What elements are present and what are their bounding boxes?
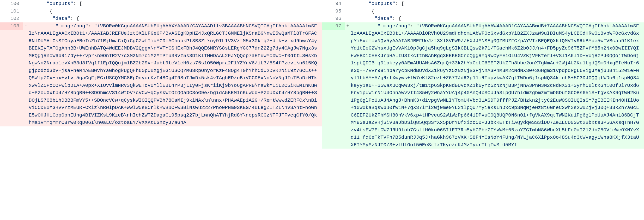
diff-line: 94 "outputs": [: [322, 0, 644, 8]
diff-split-view: 100 "outputs": [ 101 { 102 "data": { 103…: [0, 0, 644, 149]
line-number: 102: [0, 15, 23, 22]
code-cell: "image/png": "iVBORw0KGgoAAAANSUhEUgAAAW…: [351, 22, 644, 149]
diff-side-right: 94 "outputs": [ 95 { 96 "data": { 97 + "…: [322, 0, 644, 149]
code-cell: "outputs": [: [29, 0, 322, 8]
diff-line: 101 {: [0, 8, 322, 15]
line-number: 96: [322, 15, 345, 22]
diff-line-deletion: 103 - "image/png": "iVBORw0KGgoAAAANSUhE…: [0, 22, 322, 126]
code-cell: "data": {: [29, 15, 322, 22]
diff-marker-plus: +: [345, 22, 351, 30]
diff-marker-minus: -: [23, 22, 29, 30]
diff-line: 100 "outputs": [: [0, 0, 322, 8]
code-cell: "data": {: [351, 15, 644, 22]
code-cell: "image/png": "iVBORw0KGgoAAAANSUhEUgAAAX…: [29, 22, 322, 126]
diff-side-left: 100 "outputs": [ 101 { 102 "data": { 103…: [0, 0, 322, 149]
diff-line: 95 {: [322, 8, 644, 15]
line-number: 103: [0, 22, 23, 30]
code-cell: {: [351, 8, 644, 15]
line-number: 101: [0, 8, 23, 15]
line-number: 95: [322, 8, 345, 15]
line-number: 94: [322, 0, 345, 8]
diff-line: 102 "data": {: [0, 15, 322, 22]
code-cell: "outputs": [: [351, 0, 644, 8]
diff-line: 96 "data": {: [322, 15, 644, 22]
line-number: 97: [322, 22, 345, 30]
line-number: 100: [0, 0, 23, 8]
code-cell: {: [29, 8, 322, 15]
diff-line-addition: 97 + "image/png": "iVBORw0KGgoAAAANSUhEU…: [322, 22, 644, 149]
